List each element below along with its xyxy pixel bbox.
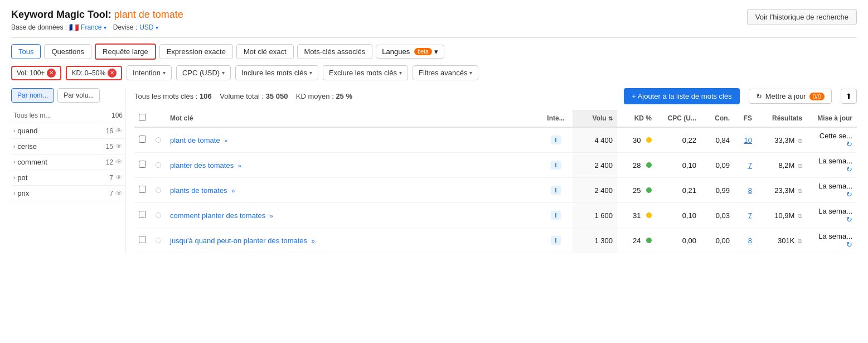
keyword-link[interactable]: comment planter des tomates » (170, 211, 273, 220)
sort-by-volume-button[interactable]: Par volu... (57, 88, 100, 103)
col-header-checkbox (134, 110, 151, 127)
remove-kd-filter[interactable]: ✕ (108, 69, 117, 78)
refresh-row-icon[interactable]: ↻ (846, 190, 852, 199)
select-all-checkbox[interactable] (139, 114, 146, 121)
eye-icon[interactable]: 👁 (115, 142, 123, 151)
sidebar-item-label[interactable]: cerise (17, 142, 37, 151)
refresh-row-icon[interactable]: ↻ (846, 165, 852, 173)
inclure-arrow-icon: ▾ (309, 70, 312, 76)
tab-mot-cle-exact[interactable]: Mot clé exact (236, 44, 294, 59)
table-row: plants de tomates » I 2 400 25 0,21 0,99… (134, 178, 857, 203)
row-fs-value[interactable]: 7 (748, 211, 752, 220)
row-checkbox[interactable] (139, 161, 146, 168)
keyword-link[interactable]: planter des tomates » (170, 161, 241, 170)
row-kd-value: 28 (633, 161, 641, 170)
currency-label: Devise : (113, 23, 137, 31)
row-fs-value[interactable]: 7 (748, 161, 752, 170)
intention-arrow-icon: ▾ (163, 70, 166, 76)
sidebar-item-label[interactable]: pot (17, 173, 27, 182)
copy-results-icon[interactable]: ⧉ (798, 238, 802, 244)
copy-results-icon[interactable]: ⧉ (798, 212, 802, 219)
row-volume: 4 400 (594, 136, 613, 144)
filtres-avances-dropdown[interactable]: Filtres avancés ▾ (413, 65, 478, 80)
eye-icon[interactable]: 👁 (115, 173, 123, 182)
refresh-row-icon[interactable]: ↻ (846, 240, 852, 249)
row-con-value: 0,09 (716, 161, 730, 170)
remove-vol-filter[interactable]: ✕ (47, 69, 56, 78)
keyword-link[interactable]: plant de tomate » (170, 136, 227, 144)
row-keyword-cell: comment planter des tomates » (166, 203, 539, 228)
row-cpc-value: 0,21 (682, 186, 696, 195)
col-header-update[interactable]: Mise à jour (807, 110, 857, 127)
keyword-arrows-icon: » (231, 187, 235, 194)
sidebar-item-count: 12 (106, 158, 113, 166)
add-to-list-button[interactable]: + Ajouter à la liste de mots clés (624, 88, 740, 104)
row-update-value: La sema... (818, 207, 852, 215)
row-checkbox[interactable] (139, 211, 146, 218)
col-header-volume[interactable]: Volu ⇅ (573, 110, 617, 127)
row-results-cell: 10,9M ⧉ (757, 203, 807, 228)
expand-icon[interactable]: › (13, 143, 15, 149)
sidebar-item-label[interactable]: quand (17, 127, 37, 135)
sidebar-item-label[interactable]: prix (17, 189, 29, 197)
row-fs-value[interactable]: 8 (748, 186, 752, 195)
tab-langues[interactable]: Langues beta ▾ (376, 45, 444, 59)
row-kd-cell: 25 (617, 178, 656, 203)
row-fs-cell: 10 (734, 127, 757, 153)
sidebar-item-count: 7 (109, 190, 113, 197)
expand-icon[interactable]: › (13, 159, 15, 165)
row-update-value: Cette se... (819, 132, 852, 140)
tab-questions[interactable]: Questions (44, 44, 91, 59)
expand-icon[interactable]: › (13, 128, 15, 134)
keyword-link[interactable]: jusqu'à quand peut-on planter des tomate… (170, 236, 315, 245)
intention-label: Intention (133, 69, 161, 77)
col-header-results[interactable]: Résultats (757, 110, 807, 127)
intention-dropdown[interactable]: Intention ▾ (127, 65, 172, 80)
copy-results-icon[interactable]: ⧉ (798, 187, 802, 194)
sidebar-item-count: 16 (106, 127, 113, 135)
col-header-kd[interactable]: KD % (617, 110, 656, 127)
row-con-value: 0,84 (716, 136, 730, 144)
inclure-dropdown[interactable]: Inclure les mots clés ▾ (235, 65, 318, 80)
refresh-row-icon[interactable]: ↻ (846, 215, 852, 224)
eye-icon[interactable]: 👁 (115, 158, 123, 166)
row-checkbox[interactable] (139, 236, 146, 243)
row-checkbox[interactable] (139, 186, 146, 193)
sort-by-name-button[interactable]: Par nom... (11, 88, 54, 103)
col-header-con[interactable]: Con. (701, 110, 734, 127)
row-results-value: 8,2M (778, 161, 794, 170)
expand-icon[interactable]: › (13, 175, 15, 181)
tab-tous[interactable]: Tous (11, 44, 41, 59)
cpc-dropdown[interactable]: CPC (USD) ▾ (176, 65, 231, 80)
row-fs-value[interactable]: 8 (748, 236, 752, 245)
currency-selector[interactable]: USD ▾ (139, 23, 158, 31)
tab-requete-large[interactable]: Requête large (95, 44, 156, 60)
keyword-link[interactable]: plants de tomates » (170, 186, 235, 195)
row-volume-cell: 1 600 (573, 203, 617, 228)
export-button[interactable]: ⬆ (841, 89, 857, 104)
tab-mots-cles-associes[interactable]: Mots-clés associés (297, 44, 373, 59)
col-header-cpc[interactable]: CPC (U... (656, 110, 701, 127)
row-keyword-cell: jusqu'à quand peut-on planter des tomate… (166, 228, 539, 253)
col-header-intent[interactable]: Inte... (539, 110, 573, 127)
eye-icon[interactable]: 👁 (115, 127, 123, 135)
eye-icon[interactable]: 👁 (115, 189, 123, 197)
exclure-arrow-icon: ▾ (399, 70, 402, 76)
row-fs-value[interactable]: 10 (744, 136, 752, 144)
intent-badge: I (551, 161, 560, 170)
refresh-row-icon[interactable]: ↻ (846, 140, 852, 148)
expand-icon[interactable]: › (13, 190, 15, 196)
sidebar-item-label[interactable]: comment (17, 158, 47, 166)
country-selector[interactable]: France ▾ (81, 23, 106, 31)
copy-results-icon[interactable]: ⧉ (798, 137, 802, 144)
currency-dropdown-icon: ▾ (156, 25, 158, 31)
exclure-dropdown[interactable]: Exclure les mots clés ▾ (323, 65, 408, 80)
col-header-keyword[interactable]: Mot clé (166, 110, 539, 127)
col-header-fs[interactable]: FS (734, 110, 757, 127)
langues-label: Langues (382, 47, 410, 56)
tab-expression-exacte[interactable]: Expression exacte (159, 44, 233, 59)
row-checkbox[interactable] (139, 136, 146, 143)
history-button[interactable]: Voir l'historique de recherche (747, 9, 857, 25)
update-button[interactable]: ↻ Mettre à jour 0/0 (749, 89, 832, 104)
copy-results-icon[interactable]: ⧉ (798, 162, 802, 169)
